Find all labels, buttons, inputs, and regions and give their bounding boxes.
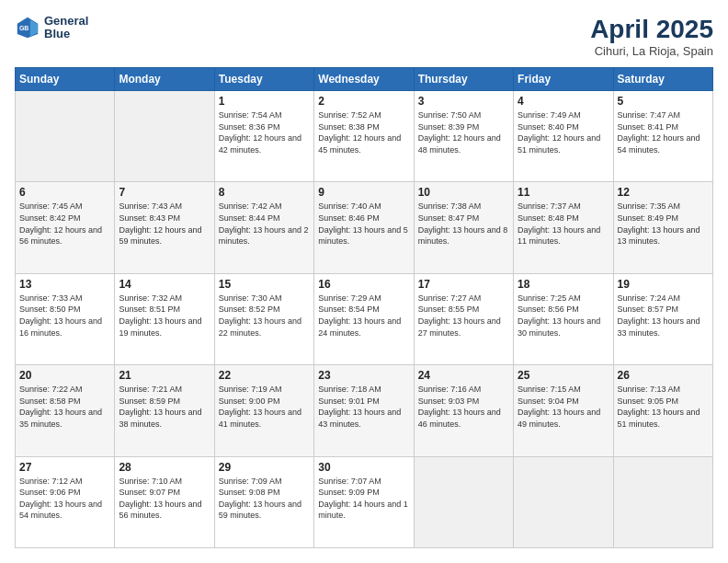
svg-text:GB: GB [19,25,28,31]
logo-icon: GB [15,15,40,40]
day-info: Sunrise: 7:15 AMSunset: 9:04 PMDaylight:… [518,384,609,430]
page: GB General Blue April 2025 Cihuri, La Ri… [0,0,728,563]
calendar-cell: 8Sunrise: 7:42 AMSunset: 8:44 PMDaylight… [214,182,313,273]
calendar-cell: 30Sunrise: 7:07 AMSunset: 9:09 PMDayligh… [314,456,414,547]
day-info: Sunrise: 7:38 AMSunset: 8:47 PMDaylight:… [418,201,509,247]
day-info: Sunrise: 7:47 AMSunset: 8:41 PMDaylight:… [618,109,709,155]
calendar-cell: 21Sunrise: 7:21 AMSunset: 8:59 PMDayligh… [115,365,214,456]
day-info: Sunrise: 7:16 AMSunset: 9:03 PMDaylight:… [418,384,509,430]
day-number: 26 [618,369,709,382]
day-info: Sunrise: 7:52 AMSunset: 8:38 PMDaylight:… [318,109,409,155]
calendar-cell: 16Sunrise: 7:29 AMSunset: 8:54 PMDayligh… [314,273,414,364]
day-number: 22 [219,369,310,382]
day-number: 9 [318,186,409,199]
day-number: 11 [518,186,609,199]
day-header-saturday: Saturday [613,68,712,91]
day-header-sunday: Sunday [16,68,115,91]
day-info: Sunrise: 7:33 AMSunset: 8:50 PMDaylight:… [19,293,110,339]
calendar-cell: 13Sunrise: 7:33 AMSunset: 8:50 PMDayligh… [16,273,115,364]
calendar-title: April 2025 [590,15,713,44]
day-info: Sunrise: 7:37 AMSunset: 8:48 PMDaylight:… [518,201,609,247]
day-number: 20 [19,369,110,382]
calendar-cell: 28Sunrise: 7:10 AMSunset: 9:07 PMDayligh… [115,456,214,547]
day-number: 2 [318,95,409,108]
day-number: 10 [418,186,509,199]
day-number: 17 [418,278,509,291]
calendar-cell: 29Sunrise: 7:09 AMSunset: 9:08 PMDayligh… [214,456,313,547]
day-info: Sunrise: 7:35 AMSunset: 8:49 PMDaylight:… [618,201,709,247]
day-header-thursday: Thursday [414,68,513,91]
day-info: Sunrise: 7:40 AMSunset: 8:46 PMDaylight:… [318,201,409,247]
logo-text: General Blue [44,15,88,41]
calendar-cell: 1Sunrise: 7:54 AMSunset: 8:36 PMDaylight… [214,91,313,182]
day-number: 28 [119,461,210,474]
day-info: Sunrise: 7:18 AMSunset: 9:01 PMDaylight:… [318,384,409,430]
day-info: Sunrise: 7:24 AMSunset: 8:57 PMDaylight:… [618,293,709,339]
day-number: 6 [19,186,110,199]
day-info: Sunrise: 7:30 AMSunset: 8:52 PMDaylight:… [219,293,310,339]
day-number: 13 [19,278,110,291]
calendar-cell [514,456,613,547]
calendar-cell: 10Sunrise: 7:38 AMSunset: 8:47 PMDayligh… [414,182,513,273]
day-info: Sunrise: 7:54 AMSunset: 8:36 PMDaylight:… [219,109,310,155]
day-number: 27 [19,461,110,474]
calendar-cell: 27Sunrise: 7:12 AMSunset: 9:06 PMDayligh… [16,456,115,547]
day-info: Sunrise: 7:21 AMSunset: 8:59 PMDaylight:… [119,384,210,430]
day-number: 23 [318,369,409,382]
title-block: April 2025 Cihuri, La Rioja, Spain [590,15,713,58]
day-info: Sunrise: 7:32 AMSunset: 8:51 PMDaylight:… [119,293,210,339]
calendar-cell: 18Sunrise: 7:25 AMSunset: 8:56 PMDayligh… [514,273,613,364]
day-info: Sunrise: 7:09 AMSunset: 9:08 PMDaylight:… [219,476,310,522]
day-info: Sunrise: 7:10 AMSunset: 9:07 PMDaylight:… [119,476,210,522]
logo-line1: General [44,15,88,28]
day-info: Sunrise: 7:19 AMSunset: 9:00 PMDaylight:… [219,384,310,430]
day-number: 14 [119,278,210,291]
day-header-monday: Monday [115,68,214,91]
calendar-week-4: 20Sunrise: 7:22 AMSunset: 8:58 PMDayligh… [16,365,713,456]
calendar-week-3: 13Sunrise: 7:33 AMSunset: 8:50 PMDayligh… [16,273,713,364]
calendar-cell: 9Sunrise: 7:40 AMSunset: 8:46 PMDaylight… [314,182,414,273]
day-header-friday: Friday [514,68,613,91]
calendar-cell: 26Sunrise: 7:13 AMSunset: 9:05 PMDayligh… [613,365,712,456]
day-info: Sunrise: 7:25 AMSunset: 8:56 PMDaylight:… [518,293,609,339]
day-header-wednesday: Wednesday [314,68,414,91]
calendar-cell: 14Sunrise: 7:32 AMSunset: 8:51 PMDayligh… [115,273,214,364]
day-info: Sunrise: 7:27 AMSunset: 8:55 PMDaylight:… [418,293,509,339]
day-info: Sunrise: 7:29 AMSunset: 8:54 PMDaylight:… [318,293,409,339]
day-info: Sunrise: 7:45 AMSunset: 8:42 PMDaylight:… [19,201,110,247]
calendar-cell: 3Sunrise: 7:50 AMSunset: 8:39 PMDaylight… [414,91,513,182]
calendar-cell: 19Sunrise: 7:24 AMSunset: 8:57 PMDayligh… [613,273,712,364]
logo: GB General Blue [15,15,88,41]
header: GB General Blue April 2025 Cihuri, La Ri… [15,15,713,58]
day-header-tuesday: Tuesday [214,68,313,91]
calendar-cell [414,456,513,547]
calendar-cell: 15Sunrise: 7:30 AMSunset: 8:52 PMDayligh… [214,273,313,364]
day-number: 5 [618,95,709,108]
day-number: 3 [418,95,509,108]
calendar-cell [16,91,115,182]
calendar-cell: 7Sunrise: 7:43 AMSunset: 8:43 PMDaylight… [115,182,214,273]
day-number: 4 [518,95,609,108]
calendar-cell [613,456,712,547]
day-number: 24 [418,369,509,382]
day-info: Sunrise: 7:13 AMSunset: 9:05 PMDaylight:… [618,384,709,430]
calendar-week-5: 27Sunrise: 7:12 AMSunset: 9:06 PMDayligh… [16,456,713,547]
day-number: 15 [219,278,310,291]
calendar-cell: 24Sunrise: 7:16 AMSunset: 9:03 PMDayligh… [414,365,513,456]
calendar-week-1: 1Sunrise: 7:54 AMSunset: 8:36 PMDaylight… [16,91,713,182]
day-number: 19 [618,278,709,291]
day-info: Sunrise: 7:22 AMSunset: 8:58 PMDaylight:… [19,384,110,430]
day-number: 7 [119,186,210,199]
calendar-cell: 20Sunrise: 7:22 AMSunset: 8:58 PMDayligh… [16,365,115,456]
calendar-cell: 17Sunrise: 7:27 AMSunset: 8:55 PMDayligh… [414,273,513,364]
calendar-cell: 11Sunrise: 7:37 AMSunset: 8:48 PMDayligh… [514,182,613,273]
calendar-cell: 4Sunrise: 7:49 AMSunset: 8:40 PMDaylight… [514,91,613,182]
calendar-cell: 5Sunrise: 7:47 AMSunset: 8:41 PMDaylight… [613,91,712,182]
day-number: 16 [318,278,409,291]
calendar-cell: 12Sunrise: 7:35 AMSunset: 8:49 PMDayligh… [613,182,712,273]
calendar-cell: 23Sunrise: 7:18 AMSunset: 9:01 PMDayligh… [314,365,414,456]
day-info: Sunrise: 7:43 AMSunset: 8:43 PMDaylight:… [119,201,210,247]
logo-line2: Blue [44,28,88,40]
day-info: Sunrise: 7:42 AMSunset: 8:44 PMDaylight:… [219,201,310,247]
calendar-cell: 25Sunrise: 7:15 AMSunset: 9:04 PMDayligh… [514,365,613,456]
